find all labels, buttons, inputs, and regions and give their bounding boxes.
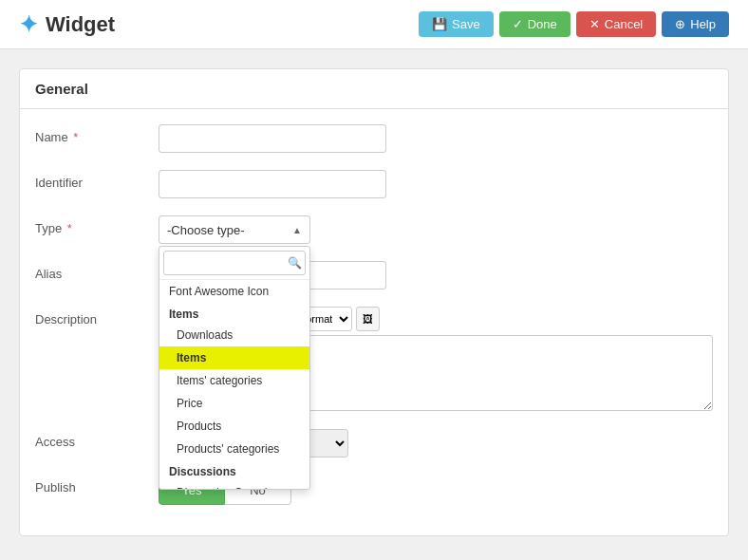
name-input[interactable] (159, 124, 386, 153)
page-header: ✦ Widget 💾 Save ✓ Done ✕ Cancel ⊕ Help (0, 0, 748, 49)
publish-row: Publish Yes No (35, 475, 713, 505)
done-button[interactable]: ✓ Done (499, 11, 570, 37)
main-content: General Name * Identifier (0, 49, 748, 555)
help-icon: ⊕ (675, 17, 685, 31)
name-label: Name * (35, 124, 159, 144)
name-row: Name * (35, 124, 713, 155)
group-label-discussions: Discussions (159, 460, 309, 481)
puzzle-icon: ✦ (19, 11, 38, 38)
access-row: Access (35, 429, 713, 459)
list-item[interactable]: Products' categories (159, 438, 309, 460)
dropdown-search-area: 🔍 (159, 247, 309, 280)
type-select-wrapper: -Choose type- ▲ 🔍 Font Awesome Icon (159, 215, 310, 244)
list-item[interactable]: Price (159, 392, 309, 415)
type-select-button[interactable]: -Choose type- ▲ (159, 215, 310, 244)
type-label: Type * (35, 215, 159, 235)
identifier-field (159, 170, 713, 198)
section-title: General (20, 69, 728, 109)
alias-row: Alias (35, 261, 713, 291)
type-row: Type * -Choose type- ▲ 🔍 (35, 215, 713, 246)
page-title: Widget (46, 12, 115, 37)
identifier-input[interactable] (159, 170, 386, 198)
checkmark-icon: ✓ (513, 17, 523, 31)
save-button[interactable]: 💾 Save (419, 11, 494, 37)
x-icon: ✕ (589, 17, 600, 31)
type-field: -Choose type- ▲ 🔍 Font Awesome Icon (159, 215, 713, 244)
image-button[interactable]: 🖼 (356, 307, 380, 331)
cancel-button[interactable]: ✕ Cancel (576, 11, 656, 37)
access-label: Access (35, 429, 159, 449)
description-label: Description (35, 307, 159, 327)
form-body: Name * Identifier Type * (20, 109, 728, 535)
alias-label: Alias (35, 261, 159, 281)
save-icon: 💾 (432, 17, 447, 31)
group-label-items: Items (159, 303, 309, 324)
name-field (159, 124, 713, 153)
description-row: Description ≡ Font Size... Font Format (35, 307, 713, 414)
list-item[interactable]: Items (159, 346, 309, 369)
dropdown-arrow-icon: ▲ (292, 225, 302, 235)
image-icon: 🖼 (363, 313, 373, 325)
list-item[interactable]: Items' categories (159, 369, 309, 392)
list-item[interactable]: Font Awesome Icon (159, 280, 309, 303)
header-buttons: 💾 Save ✓ Done ✕ Cancel ⊕ Help (419, 11, 729, 37)
identifier-label: Identifier (35, 170, 159, 190)
type-required: * (67, 221, 72, 235)
general-section: General Name * Identifier (19, 68, 729, 536)
page-title-group: ✦ Widget (19, 11, 115, 38)
dropdown-search-input[interactable] (163, 251, 306, 275)
list-item[interactable]: Downloads (159, 324, 309, 346)
list-item[interactable]: Products (159, 415, 309, 438)
list-item[interactable]: Discussion Search (159, 481, 309, 489)
search-icon: 🔍 (288, 256, 302, 270)
identifier-row: Identifier (35, 170, 713, 200)
type-dropdown-panel: 🔍 Font Awesome Icon Items Downloads Item… (159, 246, 310, 490)
name-required: * (73, 130, 78, 144)
dropdown-list: Font Awesome Icon Items Downloads Items … (159, 280, 309, 489)
help-button[interactable]: ⊕ Help (662, 11, 729, 37)
publish-label: Publish (35, 475, 159, 495)
